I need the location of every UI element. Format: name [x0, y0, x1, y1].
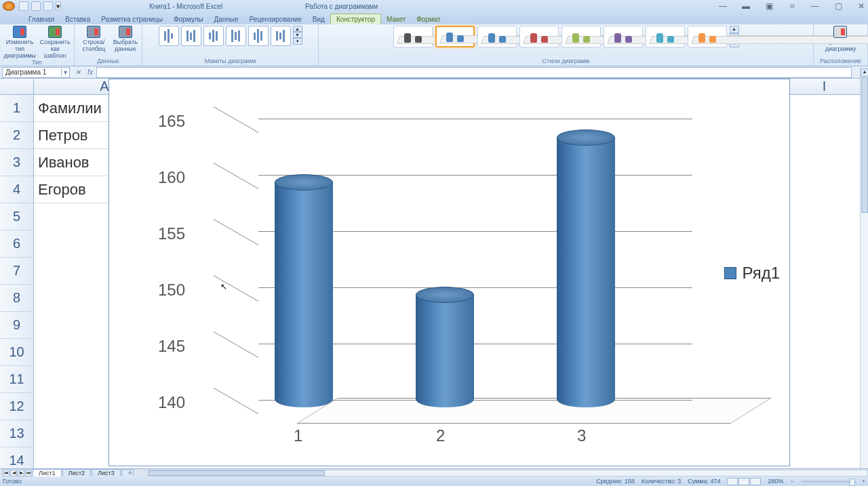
tab-page-layout[interactable]: Разметка страницы — [96, 14, 168, 24]
tab-format[interactable]: Формат — [411, 14, 446, 24]
row-header-3[interactable]: 3 — [0, 149, 33, 176]
chart-layout-4[interactable] — [226, 26, 246, 46]
xcat-1: 1 — [294, 426, 302, 445]
ytick-155: 155 — [158, 224, 185, 243]
row-header-14[interactable]: 14 — [0, 447, 33, 474]
chart-style-7[interactable] — [646, 26, 685, 47]
undo-icon[interactable] — [31, 1, 41, 11]
chart-style-3[interactable] — [477, 26, 517, 47]
qat-dropdown-icon[interactable]: ▾ — [56, 1, 61, 11]
chart-layout-5[interactable] — [248, 26, 269, 46]
change-chart-type-button[interactable]: Изменить тип диаграммы — [3, 26, 35, 59]
document-title: Книга1 - Microsoft Excel — [149, 3, 222, 10]
chart-bar-3[interactable] — [557, 121, 615, 407]
row-header-9[interactable]: 9 — [0, 312, 33, 339]
zoom-in-icon[interactable]: + — [862, 478, 865, 485]
scroll-up-icon[interactable]: ▲ — [861, 68, 868, 77]
chart-layout-1[interactable] — [159, 26, 179, 46]
sheet-tab-3[interactable]: Лист3 — [92, 469, 121, 476]
row-header-5[interactable]: 5 — [0, 203, 33, 230]
row-header-13[interactable]: 13 — [0, 420, 33, 447]
select-all-corner[interactable] — [0, 79, 34, 94]
maximize-icon[interactable]: ▢ — [834, 2, 842, 10]
column-header-I[interactable]: I — [781, 79, 868, 94]
group-styles-label: Стили диаграмм — [323, 58, 809, 64]
zoom-slider[interactable] — [801, 481, 855, 483]
name-box-dropdown-icon[interactable]: ▾ — [61, 68, 69, 76]
row-header-2[interactable]: 2 — [0, 122, 33, 149]
switch-row-column-button[interactable]: Строка/столбец — [79, 26, 109, 52]
unknown-sys-icon-1[interactable]: — — [719, 2, 727, 10]
tab-home[interactable]: Главная — [23, 14, 60, 24]
zoom-out-icon[interactable]: − — [790, 478, 793, 485]
save-as-template-button[interactable]: Сохранить как шаблон — [40, 26, 71, 59]
tab-layout[interactable]: Макет — [381, 14, 411, 24]
view-normal-icon[interactable] — [727, 478, 738, 485]
chart-style-8[interactable] — [688, 26, 727, 47]
chart-object[interactable]: 165 160 155 150 145 140 — [108, 79, 790, 466]
sheet-tab-2[interactable]: Лист2 — [62, 469, 92, 476]
group-location-label: Расположение — [818, 58, 863, 64]
xcat-2: 2 — [436, 426, 445, 445]
chart-style-6[interactable] — [604, 26, 643, 47]
row-header-11[interactable]: 11 — [0, 366, 33, 393]
tab-review[interactable]: Рецензирование — [244, 14, 307, 24]
sheet-tab-1[interactable]: Лист1 — [33, 469, 62, 476]
tab-view[interactable]: Вид — [307, 14, 330, 24]
unknown-sys-icon-4[interactable]: ⌗ — [788, 2, 796, 10]
new-sheet-button[interactable]: ✧ — [121, 469, 134, 476]
cancel-fx-icon[interactable]: ✕ — [72, 68, 84, 76]
chart-legend[interactable]: Ряд1 — [724, 264, 780, 283]
row-header-4[interactable]: 4 — [0, 176, 33, 203]
unknown-sys-icon-3[interactable]: ▣ — [765, 2, 773, 10]
chart-style-1[interactable] — [393, 26, 433, 47]
scroll-thumb[interactable] — [861, 77, 868, 213]
worksheet-area[interactable]: ABCDEFGHI 1234567891011121314 ФамилииПет… — [0, 79, 868, 468]
vertical-scrollbar[interactable]: ▲ — [860, 68, 868, 468]
tab-insert[interactable]: Вставка — [60, 14, 96, 24]
save-icon[interactable] — [19, 1, 28, 11]
row-header-8[interactable]: 8 — [0, 285, 33, 312]
chart-layout-6[interactable] — [271, 26, 291, 46]
status-ready: Готово — [3, 478, 22, 485]
formula-bar[interactable] — [96, 67, 852, 78]
unknown-sys-icon-2[interactable]: ▬ — [742, 2, 750, 10]
redo-icon[interactable] — [43, 1, 53, 11]
row-header-10[interactable]: 10 — [0, 339, 33, 366]
ribbon-tabs: Главная Вставка Разметка страницы Формул… — [0, 12, 868, 24]
chart-style-5[interactable] — [561, 26, 601, 47]
group-layouts: ▲▼▾ Макеты диаграмм — [142, 24, 319, 66]
window-controls: — ▬ ▣ ⌗ — ▢ ✕ — [719, 0, 865, 12]
layouts-scroll[interactable]: ▲▼▾ — [293, 26, 302, 45]
formula-bar-row: Диаграмма 1 ▾ ✕ fx ⌄ — [0, 66, 868, 79]
chart-bar-1[interactable] — [275, 166, 333, 407]
chart-bar-2[interactable] — [416, 279, 474, 407]
row-header-7[interactable]: 7 — [0, 258, 33, 285]
tab-design[interactable]: Конструктор — [330, 14, 381, 24]
horizontal-scrollbar[interactable] — [148, 470, 868, 476]
chart-layout-3[interactable] — [203, 26, 224, 46]
quick-access-toolbar: ▾ — [19, 1, 61, 11]
select-data-button[interactable]: Выбрать данные — [113, 26, 138, 52]
chart-style-2[interactable] — [435, 26, 475, 47]
close-icon[interactable]: ✕ — [857, 2, 865, 10]
view-layout-icon[interactable] — [738, 478, 749, 485]
row-header-1[interactable]: 1 — [0, 95, 33, 122]
xcat-3: 3 — [577, 426, 586, 445]
row-header-6[interactable]: 6 — [0, 230, 33, 258]
minimize-icon[interactable]: — — [811, 2, 819, 10]
tab-formulas[interactable]: Формулы — [168, 14, 209, 24]
office-button[interactable] — [3, 1, 15, 11]
ytick-150: 150 — [158, 281, 185, 300]
plot-area[interactable]: 165 160 155 150 145 140 — [158, 102, 687, 428]
chart-layout-2[interactable] — [181, 26, 201, 46]
view-pagebreak-icon[interactable] — [750, 478, 761, 485]
chart-style-4[interactable] — [519, 26, 559, 47]
ytick-165: 165 — [158, 112, 185, 131]
title-bar: ▾ Книга1 - Microsoft Excel Работа с диаг… — [0, 0, 868, 12]
fx-icon[interactable]: fx — [84, 68, 96, 76]
name-box[interactable]: Диаграмма 1 ▾ — [2, 67, 70, 78]
row-header-12[interactable]: 12 — [0, 393, 33, 420]
status-sum: Сумма: 474 — [688, 478, 720, 485]
tab-data[interactable]: Данные — [208, 14, 243, 24]
